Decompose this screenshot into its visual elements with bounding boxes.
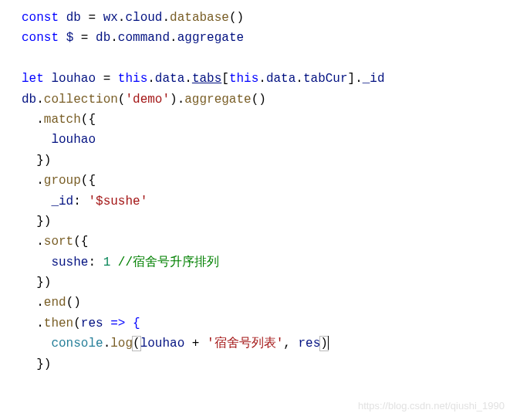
code-line: const db = wx.cloud.database(): [22, 8, 520, 28]
property: tabCur: [303, 72, 348, 86]
string: '$sushe': [88, 195, 147, 208]
code-line: .then(res => {: [22, 313, 520, 334]
function: sort: [44, 235, 73, 249]
text-cursor: [328, 336, 329, 350]
comment: //宿舍号升序排列: [118, 256, 219, 269]
bracket: [: [221, 72, 229, 86]
code-line: let louhao = this.data.tabs[this.data.ta…: [22, 69, 520, 89]
dot: .: [147, 72, 155, 86]
dot: .: [22, 113, 44, 127]
property: data: [266, 72, 295, 86]
code-line: }): [22, 151, 520, 171]
dot: .: [110, 31, 118, 45]
dot: .: [22, 235, 44, 249]
string: 'demo': [125, 93, 170, 107]
function: then: [44, 317, 73, 330]
paren: (): [229, 11, 244, 25]
variable: db: [66, 11, 81, 25]
property: sushe: [22, 256, 88, 269]
object: wx: [103, 11, 118, 25]
paren: }): [22, 215, 51, 229]
paren: ({: [81, 113, 96, 127]
property: _id: [22, 195, 73, 208]
code-line-blank: [22, 49, 520, 69]
function: aggregate: [184, 93, 251, 107]
code-line: .match({: [22, 110, 520, 130]
dot: .: [118, 11, 126, 25]
paren: }): [22, 154, 51, 168]
code-line: _id: '$sushe': [22, 191, 520, 212]
paren: (): [252, 93, 266, 107]
dot: .: [36, 93, 44, 107]
property-tabs: tabs: [192, 72, 221, 86]
variable: louhao: [51, 72, 96, 86]
dot: .: [184, 72, 192, 86]
code-line: console.log(louhao + '宿舍号列表', res): [22, 334, 520, 354]
paren: ({: [73, 235, 88, 249]
paren: (: [73, 317, 81, 330]
dot: .: [162, 11, 170, 25]
property: data: [155, 72, 184, 86]
operator: =: [73, 31, 96, 45]
operator: =: [96, 72, 118, 86]
bracket: ].: [348, 72, 363, 86]
function: match: [44, 113, 81, 127]
variable: louhao: [140, 337, 185, 351]
paren: }): [22, 276, 51, 290]
object: db: [96, 31, 110, 45]
keyword: let: [22, 72, 44, 86]
code-line: }): [22, 273, 520, 293]
dot: .: [295, 72, 303, 86]
property: cloud: [125, 11, 162, 25]
watermark: https://blog.csdn.net/qiushi_1990: [358, 398, 505, 414]
operator: =: [81, 11, 103, 25]
dot: .: [22, 296, 44, 310]
code-line: db.collection('demo').aggregate(): [22, 90, 520, 110]
code-line: sushe: 1 //宿舍号升序排列: [22, 252, 520, 273]
code-line: louhao: [22, 130, 520, 150]
object: console: [51, 337, 103, 351]
space: [110, 256, 118, 269]
code-line: .end(): [22, 293, 520, 313]
code-line: .sort({: [22, 232, 520, 252]
string: '宿舍号列表': [207, 337, 283, 351]
variable: $: [66, 31, 74, 45]
variable: res: [298, 337, 320, 351]
code-line: .group({: [22, 171, 520, 191]
variable: louhao: [22, 133, 96, 147]
keyword: const: [22, 11, 59, 25]
dot: .: [103, 337, 111, 351]
paren: (): [66, 296, 81, 310]
colon: :: [88, 256, 103, 269]
property: command: [118, 31, 170, 45]
code-line: }): [22, 354, 520, 374]
function: group: [44, 174, 81, 188]
keyword: const: [22, 31, 59, 45]
function: end: [44, 296, 66, 310]
object: db: [22, 93, 36, 107]
dot: .: [258, 72, 266, 86]
colon: :: [73, 195, 88, 208]
code-line: }): [22, 212, 520, 232]
comma: ,: [283, 337, 298, 351]
property: aggregate: [177, 31, 244, 45]
function: collection: [44, 93, 118, 107]
property: _id: [363, 72, 385, 86]
operator: +: [184, 337, 207, 351]
parameter: res: [81, 317, 103, 330]
arrow: => {: [103, 317, 140, 330]
indent: [22, 337, 51, 351]
dot: .: [22, 174, 44, 188]
number: 1: [103, 256, 111, 269]
paren: ({: [81, 174, 96, 188]
dot: .: [22, 317, 44, 330]
function: log: [110, 337, 133, 351]
function: database: [170, 11, 229, 25]
keyword-this: this: [229, 72, 258, 86]
paren: }): [22, 357, 51, 371]
keyword-this: this: [118, 72, 147, 86]
paren: (: [118, 93, 126, 107]
code-line: const $ = db.command.aggregate: [22, 28, 520, 48]
dot: .: [170, 31, 177, 45]
paren: ).: [170, 93, 184, 107]
